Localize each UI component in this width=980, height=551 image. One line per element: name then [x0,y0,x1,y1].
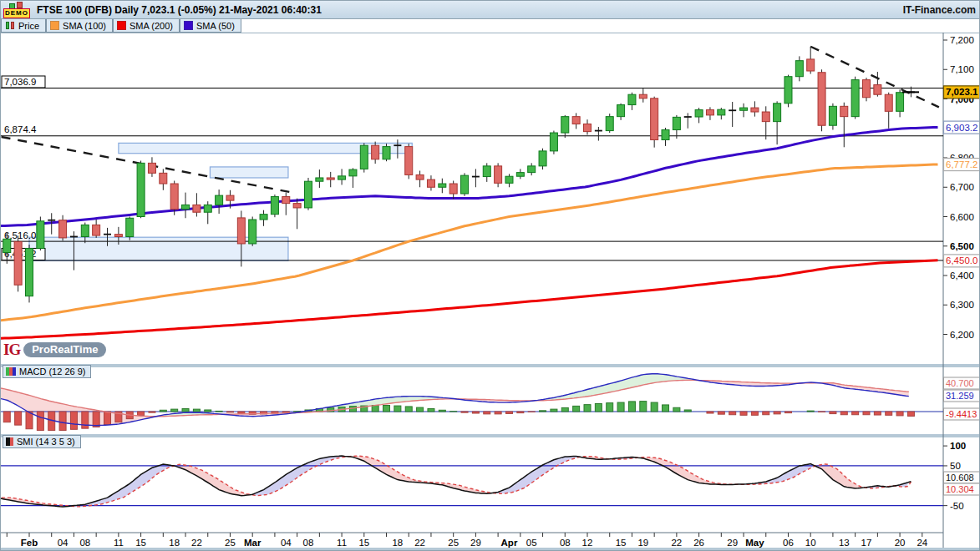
candle-up [271,197,278,215]
provider-link[interactable]: IT-Finance.com [903,4,976,16]
candle-up [349,169,357,176]
macd-histogram-bar [383,406,390,412]
candle-up [3,239,11,252]
price-tick-label: 6,600 [950,212,974,222]
candle-down [237,218,245,244]
chart-canvas[interactable]: 7,036.96,874.46,516.06,451.27,2007,1007,… [1,33,980,551]
date-label: 15 [358,538,369,548]
macd-histogram-bar [573,406,580,412]
macd-histogram-bar [729,412,736,415]
candle-down [762,112,769,122]
macd-histogram-bar [684,410,691,412]
macd-histogram-bar [718,412,724,414]
macd-histogram-bar [205,410,211,412]
macd-histogram-bar [461,412,468,412]
candle-up [137,163,145,216]
date-label: 29 [470,538,481,548]
candle-up [383,147,390,159]
date-label: 12 [582,538,593,548]
ig-logo: IG [3,341,20,359]
candle-down [818,73,825,125]
date-label: 18 [392,538,403,548]
candle-down [170,184,178,210]
date-label: 04 [281,538,292,548]
candle-up [795,61,803,77]
macd-histogram-bar [640,402,647,412]
candle-up [204,205,211,212]
date-label: 25 [225,538,236,548]
date-label: 08 [303,538,314,548]
macd-histogram-bar [104,412,111,425]
macd-histogram-bar [651,402,658,412]
provider-watermark[interactable]: IG ProRealTime [3,341,106,359]
date-label: 11 [114,538,124,548]
candle-down [372,145,379,159]
legend-sma100-label: SMA (100) [63,21,106,31]
candle-up [617,105,625,117]
smi-icon [6,437,13,446]
smi-level-label: 100 [950,441,966,451]
smi-tag: 10.304 [946,484,974,494]
macd-histogram-bar [907,412,914,416]
candle-up [360,145,368,169]
macd-icon [6,367,16,376]
macd-histogram-bar [216,411,222,412]
macd-histogram-bar [394,406,401,412]
legend-price-label: Price [18,21,39,31]
macd-histogram-bar [372,406,378,412]
macd-histogram-bar [595,403,602,412]
smi-indicator-chip[interactable]: SMI (14 3 5 3) [3,435,81,448]
candle-up [785,77,792,104]
price-tag: 6,450.0 [946,255,977,265]
macd-histogram-bar [238,412,245,413]
date-label: 24 [917,538,927,548]
date-label: 22 [191,538,202,548]
price-candles-icon [5,21,15,30]
legend-chip-price[interactable]: Price [1,19,46,33]
macd-histogram-bar [751,412,758,415]
legend-chip-sma50[interactable]: SMA (50) [180,19,241,33]
candle-up [260,215,267,220]
macd-tag: 40.700 [946,378,974,388]
macd-histogram-bar [852,412,859,415]
macd-tag: 31.259 [946,391,974,401]
legend-chip-sma100[interactable]: SMA (100) [46,19,113,33]
candle-down [706,110,713,115]
candle-up [126,218,134,236]
price-tick-label: 6,300 [950,300,974,310]
date-label: Mar [244,538,262,548]
macd-histogram-bar [807,411,814,412]
date-label: 22 [671,538,682,548]
macd-histogram-bar [863,412,870,415]
level-label: 6,874.4 [4,124,37,134]
legend-sma50-label: SMA (50) [196,21,235,31]
date-label: 17 [861,538,872,548]
macd-histogram-bar [484,412,490,414]
macd-tag: -9.4413 [946,409,977,419]
legend-sma200-label: SMA (200) [129,21,173,31]
date-label: 29 [727,538,738,548]
macd-histogram-bar [417,407,424,412]
macd-histogram-bar [226,412,233,412]
panel-divider [1,434,980,437]
macd-histogram-bar [138,412,145,416]
macd-histogram-bar [785,412,791,413]
macd-histogram-bar [59,412,66,430]
macd-histogram-bar [830,412,836,414]
candle-up [461,175,469,194]
title-bar: DEMO FTSE 100 (DFB) Daily 7,023.1 (-0.05… [1,1,980,19]
smi-level-label: 50 [950,461,961,471]
candle-up [550,133,557,151]
candle-up [740,108,748,110]
macd-histogram-bar [584,405,591,412]
macd-histogram-bar [472,412,479,413]
macd-indicator-chip[interactable]: MACD (12 26 9) [3,365,91,378]
candle-up [695,110,703,117]
macd-histogram-bar [763,412,769,415]
candle-up [829,106,836,125]
legend-chip-sma200[interactable]: SMA (200) [113,19,180,33]
candle-up [505,176,513,183]
macd-histogram-bar [628,402,635,412]
candle-down [114,235,122,237]
date-label: 22 [414,538,425,548]
